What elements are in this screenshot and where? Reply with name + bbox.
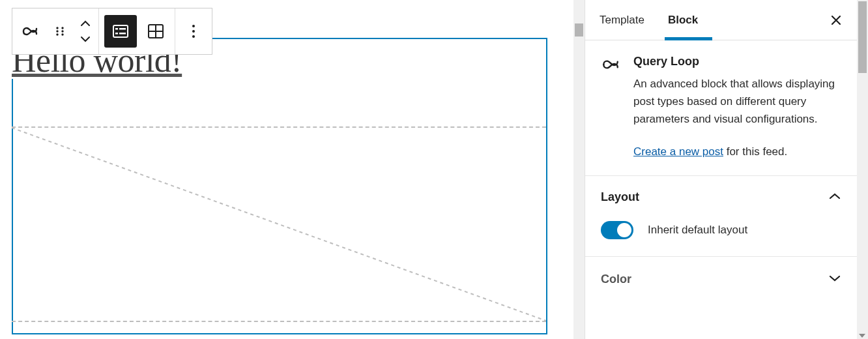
svg-rect-11 <box>119 33 126 35</box>
query-loop-icon[interactable] <box>12 8 48 54</box>
tab-block[interactable]: Block <box>668 0 698 40</box>
block-description: An advanced block that allows displaying… <box>633 75 841 128</box>
block-name: Query Loop <box>633 55 841 68</box>
sidebar-tabs: Template Block <box>585 0 857 40</box>
chevron-up-icon[interactable] <box>828 192 841 202</box>
move-down-button[interactable] <box>80 36 91 42</box>
inherit-layout-toggle[interactable] <box>601 221 633 239</box>
svg-rect-7 <box>113 25 128 37</box>
svg-point-6 <box>61 33 63 35</box>
svg-rect-9 <box>119 28 126 30</box>
tab-template[interactable]: Template <box>600 0 644 40</box>
image-placeholder[interactable] <box>12 126 546 322</box>
block-link-row: Create a new post for this feed. <box>633 145 841 158</box>
sidebar-scrollbar[interactable] <box>857 0 868 339</box>
svg-rect-10 <box>115 33 118 35</box>
svg-point-15 <box>192 25 195 27</box>
inherit-layout-label: Inherit default layout <box>648 224 747 237</box>
query-loop-icon <box>601 55 620 158</box>
svg-point-3 <box>56 30 58 32</box>
link-suffix: for this feed. <box>723 145 787 158</box>
svg-point-5 <box>56 33 58 35</box>
color-panel: Color <box>585 257 857 286</box>
create-new-post-link[interactable]: Create a new post <box>633 145 723 158</box>
block-info-panel: Query Loop An advanced block that allows… <box>585 40 857 176</box>
svg-point-2 <box>61 27 63 29</box>
drag-handle-icon[interactable] <box>48 8 72 54</box>
settings-sidebar: Template Block Query Loop An advanced bl… <box>585 0 857 339</box>
layout-panel: Layout Inherit default layout <box>585 176 857 257</box>
layout-panel-title: Layout <box>601 190 639 204</box>
color-panel-title: Color <box>601 273 631 286</box>
svg-rect-8 <box>115 28 118 30</box>
scroll-down-icon[interactable] <box>859 334 865 338</box>
svg-point-17 <box>192 35 195 38</box>
scrollbar-thumb[interactable] <box>575 23 583 37</box>
scrollbar-thumb[interactable] <box>858 1 867 73</box>
canvas-scrollbar[interactable] <box>573 0 585 339</box>
grid-view-button[interactable] <box>139 8 172 54</box>
chevron-down-icon[interactable] <box>828 274 841 284</box>
block-toolbar <box>12 8 212 55</box>
list-view-button[interactable] <box>104 15 137 48</box>
svg-point-1 <box>56 27 58 29</box>
move-up-button[interactable] <box>80 20 91 27</box>
svg-point-4 <box>61 30 63 32</box>
more-options-button[interactable] <box>175 8 212 54</box>
svg-line-0 <box>12 128 546 321</box>
close-sidebar-button[interactable] <box>827 11 845 29</box>
svg-point-16 <box>192 30 195 33</box>
